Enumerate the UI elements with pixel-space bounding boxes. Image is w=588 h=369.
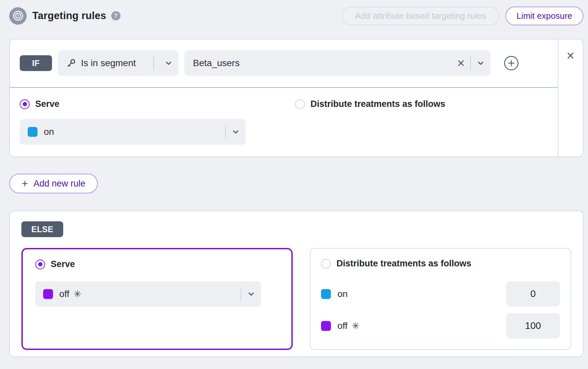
chevron-down-icon — [226, 127, 246, 136]
else-distribute-label: Distribute treatments as follows — [336, 258, 471, 269]
else-rule-card: ELSE Serve off ✳ — [9, 210, 583, 357]
add-new-rule-label: Add new rule — [34, 179, 86, 189]
else-serve-option: Serve — [35, 259, 279, 269]
help-icon[interactable]: ? — [111, 11, 120, 20]
targeting-rules-header: Targeting rules ? Add attribute based ta… — [9, 6, 583, 26]
percent-input-off[interactable] — [506, 313, 560, 338]
distribute-radio[interactable] — [295, 99, 305, 109]
chevron-down-icon — [241, 289, 261, 299]
target-bullseye-icon — [9, 7, 27, 25]
treatment-name: on — [337, 289, 348, 299]
clear-icon[interactable] — [452, 59, 470, 68]
else-panels: Serve off ✳ Distribute treatments as fol… — [21, 248, 571, 350]
serve-label: Serve — [35, 99, 60, 109]
page-title: Targeting rules — [32, 10, 106, 22]
plus-icon: + — [22, 178, 28, 189]
distribute-option-group: Distribute treatments as follows — [295, 99, 445, 109]
treatment-on-swatch — [28, 127, 38, 137]
treatment-on-swatch — [321, 289, 331, 299]
chevron-down-icon — [159, 59, 178, 68]
chevron-down-icon — [471, 59, 491, 68]
distribution-row-on: on — [321, 281, 560, 307]
limit-exposure-button[interactable]: Limit exposure — [505, 7, 583, 25]
if-rule-main: IF Is in segment — [10, 39, 558, 157]
segment-select[interactable] — [184, 50, 491, 76]
if-condition-row: IF Is in segment — [10, 39, 558, 87]
distribution-row-off: off ✳ — [321, 313, 560, 338]
add-condition-icon[interactable] — [504, 56, 519, 71]
control-divider — [153, 56, 154, 70]
distribute-label: Distribute treatments as follows — [310, 99, 445, 109]
else-badge: ELSE — [21, 221, 63, 237]
if-serve-row: Serve Distribute treatments as follows o… — [10, 88, 558, 157]
else-serve-radio[interactable] — [35, 259, 45, 269]
rule-close-column — [558, 39, 583, 157]
if-badge: IF — [20, 55, 52, 71]
treatment-name: on — [44, 127, 54, 137]
segment-value-input[interactable] — [193, 58, 452, 68]
if-rule-card: IF Is in segment — [9, 39, 583, 157]
else-treatment-select[interactable]: off ✳ — [35, 281, 261, 307]
serve-options-line: Serve Distribute treatments as follows — [20, 99, 548, 109]
matcher-label: Is in segment — [81, 58, 136, 68]
add-attribute-rules-button[interactable]: Add attribute based targeting rules — [342, 7, 499, 25]
else-distribute-panel[interactable]: Distribute treatments as follows on off … — [310, 248, 571, 350]
treatment-name: off — [59, 289, 69, 299]
else-distribute-radio[interactable] — [321, 259, 331, 269]
else-serve-label: Serve — [51, 259, 75, 269]
percent-input-on[interactable] — [506, 281, 560, 307]
treatment-off-swatch — [43, 289, 53, 299]
key-icon — [66, 58, 76, 68]
default-treatment-icon: ✳ — [73, 288, 81, 300]
matcher-select[interactable]: Is in segment — [58, 50, 178, 76]
remove-rule-close-icon[interactable] — [566, 51, 575, 61]
serve-radio[interactable] — [20, 99, 30, 109]
else-serve-panel[interactable]: Serve off ✳ — [21, 248, 293, 350]
treatment-select[interactable]: on — [20, 119, 246, 145]
add-new-rule-button[interactable]: + Add new rule — [9, 174, 98, 193]
treatment-off-swatch — [321, 321, 331, 331]
serve-option-group: Serve — [20, 99, 295, 109]
else-distribute-option: Distribute treatments as follows — [321, 258, 560, 269]
default-treatment-icon: ✳ — [352, 320, 360, 332]
treatment-name: off — [337, 321, 348, 331]
